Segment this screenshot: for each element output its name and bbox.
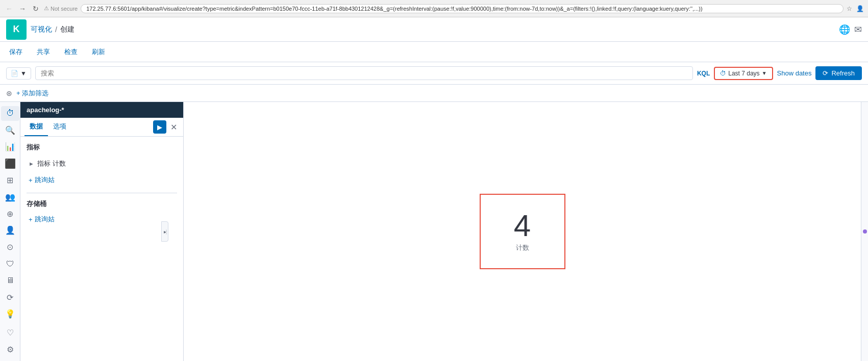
nav-ml-icon[interactable]: 👤	[1, 223, 19, 238]
kibana-logo[interactable]: K	[6, 19, 27, 40]
add-metric-button[interactable]: + 跳询姑	[27, 173, 57, 187]
sidebar: apachelog-* 数据 选项 ▶ ✕ 指标 ► 指标 计数 +	[20, 102, 184, 361]
sidebar-header: apachelog-*	[20, 102, 183, 118]
nav-heart-icon[interactable]: ♡	[1, 325, 19, 340]
nav-visualize-icon[interactable]: 📊	[1, 140, 19, 154]
mail-browser-icon[interactable]: ✉	[854, 24, 862, 35]
add-metric-label: 跳询姑	[35, 175, 55, 185]
tab-data[interactable]: 数据	[24, 118, 48, 136]
nav-discover-icon[interactable]: 🔍	[1, 123, 19, 138]
nav-apm-icon[interactable]: 👥	[1, 190, 19, 204]
run-button[interactable]: ▶	[153, 120, 166, 134]
search-type-selector[interactable]: 📄 ▼	[6, 67, 31, 80]
save-button[interactable]: 保存	[6, 45, 26, 59]
refresh-icon: ⟳	[823, 69, 828, 77]
breadcrumb-app[interactable]: 可视化	[31, 25, 52, 34]
metrics-title: 指标	[27, 143, 177, 152]
warning-icon: ⚠	[44, 5, 49, 12]
left-nav: ⏱ 🔍 📊 ⬛ ⊞ 👥 ⊕ 👤 ⊙ 🛡 🖥 ⟳ 💡 ♡ ⚙	[0, 102, 20, 361]
breadcrumb-sep: /	[55, 25, 57, 34]
right-edge	[861, 102, 868, 361]
url-bar[interactable]: 172.25.77.6:5601/app/kibana#/visualize/c…	[81, 4, 844, 13]
right-dot	[863, 229, 867, 234]
sidebar-tab-actions: ▶ ✕	[153, 120, 179, 134]
logo-letter: K	[13, 24, 20, 35]
refresh-label: Refresh	[831, 69, 855, 77]
nav-metrics-icon[interactable]: ⟳	[1, 290, 19, 305]
plus-bucket-icon: +	[29, 216, 33, 223]
sidebar-body: 指标 ► 指标 计数 + 跳询姑 存储桶 + 跳询姑	[20, 137, 183, 361]
buckets-title: 存储桶	[27, 199, 177, 209]
security-badge: ⚠ Not secure	[44, 5, 78, 12]
search-type-icon: 📄	[11, 70, 18, 77]
clock-time-icon: ⏱	[720, 70, 726, 77]
plus-metric-icon: +	[29, 176, 33, 184]
add-bucket-button[interactable]: + 跳询姑	[27, 213, 57, 226]
metric-item[interactable]: ► 指标 计数	[27, 156, 177, 171]
metric-value: 4	[514, 211, 531, 241]
metric-item-label: 指标 计数	[37, 159, 66, 168]
show-dates-button[interactable]: Show dates	[777, 69, 812, 77]
refresh-button[interactable]: ⟳ Refresh	[815, 66, 862, 80]
search-type-text: ▼	[20, 70, 27, 77]
add-filter-button[interactable]: + 添加筛选	[16, 89, 48, 98]
inspect-button[interactable]: 检查	[61, 45, 81, 59]
nav-alerting-icon[interactable]: 💡	[1, 307, 19, 322]
browser-icons: ☆ 👤	[847, 5, 864, 12]
toolbar: 保存 共享 检查 刷新	[0, 42, 868, 62]
globe-browser-icon[interactable]: 🌐	[839, 24, 850, 35]
search-bar: 📄 ▼ KQL ⏱ Last 7 days ▼ Show dates ⟳ Ref…	[0, 62, 868, 85]
nav-settings-icon[interactable]: ⚙	[1, 342, 19, 357]
browser-chrome: ← → ↻ ⚠ Not secure 172.25.77.6:5601/app/…	[0, 0, 868, 17]
section-divider	[27, 193, 177, 193]
filter-bar: ⊛ + 添加筛选	[0, 85, 868, 102]
nav-recent-icon[interactable]: ⏱	[1, 106, 19, 121]
index-pattern-label: apachelog-*	[27, 106, 64, 114]
tab-options[interactable]: 选项	[48, 118, 71, 136]
chevron-icon: ►	[29, 161, 34, 167]
reload-button[interactable]: ↻	[31, 4, 41, 14]
add-bucket-label: 跳询姑	[35, 215, 55, 224]
security-text: Not secure	[51, 6, 78, 12]
nav-uptime-icon[interactable]: ⊙	[1, 240, 19, 254]
profile-icon[interactable]: 👤	[856, 5, 864, 12]
nav-logs-icon[interactable]: 🖥	[1, 273, 19, 288]
search-input[interactable]	[35, 66, 693, 80]
close-button[interactable]: ✕	[168, 120, 179, 134]
nav-siem-icon[interactable]: 🛡	[1, 256, 19, 271]
nav-maps-icon[interactable]: ⊕	[1, 207, 19, 221]
refresh-toolbar-button[interactable]: 刷新	[89, 45, 108, 59]
metric-label: 计数	[516, 243, 529, 252]
nav-dashboard-icon[interactable]: ⬛	[1, 156, 19, 171]
time-label: Last 7 days	[728, 70, 759, 77]
share-button[interactable]: 共享	[34, 45, 53, 59]
forward-button[interactable]: →	[17, 4, 28, 14]
sidebar-tabs: 数据 选项 ▶ ✕	[20, 118, 183, 137]
metric-card: 4 计数	[480, 194, 565, 269]
time-picker[interactable]: ⏱ Last 7 days ▼	[714, 67, 773, 80]
back-button[interactable]: ←	[4, 4, 14, 14]
top-bar: K 可视化 / 创建 🌐 ✉	[0, 17, 868, 42]
bookmark-icon[interactable]: ☆	[847, 5, 852, 12]
breadcrumb-page: 创建	[60, 25, 75, 34]
kql-label: KQL	[697, 70, 710, 77]
nav-canvas-icon[interactable]: ⊞	[1, 173, 19, 188]
time-dropdown-icon: ▼	[762, 70, 767, 76]
drag-handle[interactable]: ⋮	[162, 221, 171, 242]
visualization-area: 4 计数	[184, 102, 861, 361]
filter-icon: ⊛	[6, 89, 12, 97]
